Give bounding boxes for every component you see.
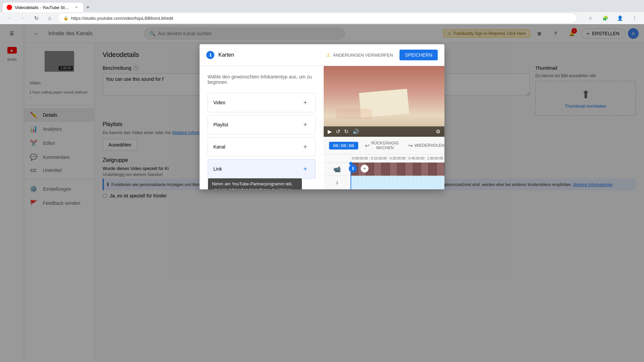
rewind-button[interactable]: ↺	[336, 128, 340, 135]
address-bar[interactable]: 🔒 https://studio.youtube.com/video/hquLB…	[58, 13, 577, 23]
timeline-info-bubble[interactable]: ℹ	[349, 165, 357, 173]
address-text: https://studio.youtube.com/video/hquLBB6…	[71, 16, 173, 21]
thumb-cell-9	[413, 163, 421, 176]
modal-left-panel: Wähle den gewünschten Infokartentyp aus,…	[200, 66, 324, 189]
timeline-tracks: 📹 ♪	[324, 163, 444, 189]
forward-button[interactable]: ↻	[344, 128, 348, 135]
forward-button[interactable]: →	[17, 13, 28, 23]
audio-strip	[351, 176, 444, 189]
warning-icon: ⚠	[326, 52, 331, 58]
discard-label: ÄNDERUNGEN VERWERFEN	[333, 53, 393, 58]
new-tab-button[interactable]: +	[83, 3, 93, 12]
nav-right: ☆ 🧩 👤 ⋮	[582, 13, 640, 23]
thumb-cell-8	[405, 163, 413, 176]
thumb-cell-5	[382, 163, 389, 176]
ruler-offset	[324, 156, 351, 161]
ruler-mark-4: 1:00:00:00	[426, 156, 444, 161]
thumb-cell-7	[397, 163, 405, 176]
time-display: 00:00:00	[329, 142, 358, 149]
video-settings-button[interactable]: ⚙	[436, 128, 440, 135]
save-button[interactable]: SPEICHERN	[399, 50, 438, 60]
redo-button[interactable]: ↪ WIEDERHOLEN	[406, 141, 444, 150]
volume-button[interactable]: 🔊	[353, 128, 359, 135]
browser-tabs: Videodetails - YouTube Studio × +	[0, 0, 644, 12]
modal-subtitle: Wähle den gewünschten Infokartentyp aus,…	[208, 74, 316, 85]
undo-icon: ↩	[365, 142, 369, 149]
thumb-cell-10	[421, 163, 429, 176]
ruler-mark-1: 0:15:00:00	[369, 156, 388, 161]
ruler-marks: 0:00:00:00 0:15:00:00 0:30:00:00 0:45:00…	[351, 156, 444, 161]
ruler-mark-0: 0:00:00:00	[351, 156, 369, 161]
reload-button[interactable]: ↻	[31, 13, 42, 23]
active-tab[interactable]: Videodetails - YouTube Studio ×	[3, 3, 83, 12]
play-button[interactable]: ▶	[328, 128, 332, 135]
card-type-video[interactable]: Video +	[208, 93, 316, 112]
modal-info-icon: ℹ	[206, 51, 214, 59]
card-type-kanal[interactable]: Kanal +	[208, 137, 316, 157]
timeline-toolbar: 00:00:00 ↩ RÜCKGÄNGIG MACHEN ↪ WIEDERHOL…	[324, 137, 444, 155]
card-playlist-add-button[interactable]: +	[301, 120, 310, 129]
card-type-playlist[interactable]: Playlist +	[208, 115, 316, 134]
timeline-add-button[interactable]: +	[361, 165, 369, 173]
card-link-label: Link	[213, 166, 222, 172]
track-labels: 📹 ♪	[324, 163, 351, 189]
more-button[interactable]: ⋮	[629, 13, 640, 23]
thumb-cell-4	[374, 163, 382, 176]
modal-overlay[interactable]: ℹ Karten ⚠ ÄNDERUNGEN VERWERFEN SPEICHER…	[0, 24, 644, 362]
modal-title: Karten	[218, 52, 318, 58]
thumb-cell-12	[437, 163, 444, 176]
tab-title: Videodetails - YouTube Studio	[15, 5, 71, 10]
link-tooltip: Nimm am YouTube-Partnerprogramm teil, um…	[208, 178, 302, 189]
card-video-add-button[interactable]: +	[301, 98, 310, 107]
audio-wave	[351, 176, 444, 189]
video-frame: ▶ ↺ ↻ 🔊 ⚙	[324, 66, 444, 137]
modal-header: ℹ Karten ⚠ ÄNDERUNGEN VERWERFEN SPEICHER…	[200, 44, 444, 66]
hand-visual	[336, 109, 372, 119]
undo-button[interactable]: ↩ RÜCKGÄNGIG MACHEN	[362, 139, 401, 152]
card-link-add-button[interactable]: +	[301, 164, 310, 174]
tab-favicon	[7, 5, 12, 10]
card-video-label: Video	[213, 100, 225, 105]
thumb-cell-6	[390, 163, 397, 176]
modal-header-actions: ⚠ ÄNDERUNGEN VERWERFEN SPEICHERN	[322, 50, 438, 60]
tab-close-button[interactable]: ×	[74, 5, 79, 10]
music-icon: ♪	[336, 179, 339, 186]
modal-right-panel: ▶ ↺ ↻ 🔊 ⚙ 00:00:00 ↩ RÜCKGÄNGIG MACHEN	[324, 66, 444, 189]
card-kanal-add-button[interactable]: +	[301, 142, 310, 152]
timeline-ruler: 0:00:00:00 0:15:00:00 0:30:00:00 0:45:00…	[324, 155, 444, 163]
video-track-label: 📹	[324, 163, 351, 176]
redo-icon: ↪	[408, 142, 413, 149]
timeline-tracks-wrapper: ℹ + 📹 ♪	[324, 163, 444, 189]
card-type-link[interactable]: Link + Nimm am YouTube-Partnerprogramm t…	[208, 159, 316, 179]
modal-body: Wähle den gewünschten Infokartentyp aus,…	[200, 66, 444, 189]
redo-label: WIEDERHOLEN	[415, 143, 444, 148]
karten-modal: ℹ Karten ⚠ ÄNDERUNGEN VERWERFEN SPEICHER…	[200, 44, 444, 189]
home-button[interactable]: ⌂	[44, 13, 55, 23]
card-kanal-label: Kanal	[213, 144, 225, 149]
video-camera-icon: 📹	[333, 166, 341, 173]
tooltip-text: Nimm am YouTube-Partnerprogramm teil, um…	[212, 181, 293, 189]
bookmark-button[interactable]: ☆	[585, 13, 596, 23]
audio-track-label: ♪	[324, 176, 351, 189]
discard-button[interactable]: ⚠ ÄNDERUNGEN VERWERFEN	[322, 50, 397, 60]
profile-button[interactable]: 👤	[614, 13, 625, 23]
back-button[interactable]: ←	[4, 13, 15, 23]
ruler-mark-2: 0:30:00:00	[388, 156, 407, 161]
thumb-cell-11	[429, 163, 436, 176]
audio-track-row	[351, 176, 444, 189]
card-playlist-label: Playlist	[213, 122, 228, 127]
browser-chrome: Videodetails - YouTube Studio × + ← → ↻ …	[0, 0, 644, 24]
video-controls-bar: ▶ ↺ ↻ 🔊 ⚙	[324, 126, 444, 137]
browser-nav: ← → ↻ ⌂ 🔒 https://studio.youtube.com/vid…	[0, 12, 644, 24]
ruler-mark-3: 0:45:00:00	[407, 156, 426, 161]
extensions-button[interactable]: 🧩	[600, 13, 610, 23]
undo-label: RÜCKGÄNGIG MACHEN	[371, 141, 399, 150]
lock-icon: 🔒	[63, 16, 68, 20]
